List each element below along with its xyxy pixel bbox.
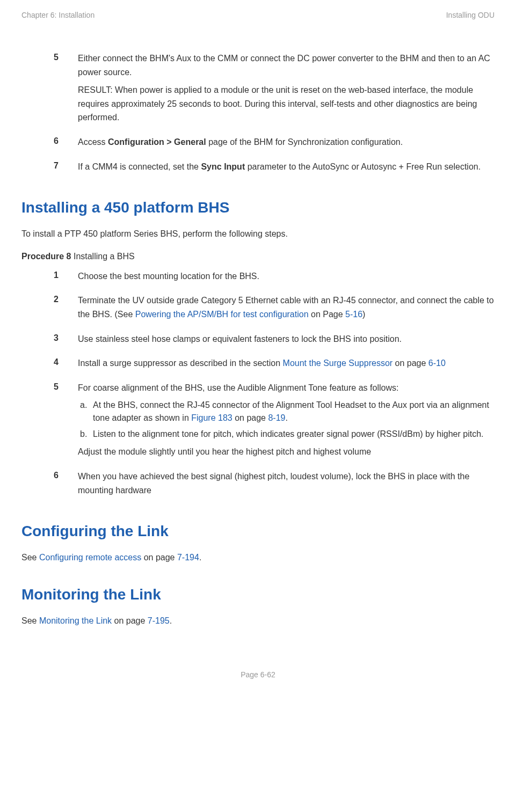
heading-configuring-link: Configuring the Link bbox=[21, 523, 495, 540]
heading-monitoring-link: Monitoring the Link bbox=[21, 586, 495, 603]
link-page-8-19[interactable]: 8-19 bbox=[268, 413, 285, 422]
page-number: Page 6-62 bbox=[241, 670, 275, 679]
link-monitoring-link[interactable]: Monitoring the Link bbox=[39, 616, 112, 625]
list-number: 6 bbox=[54, 135, 78, 153]
list-number: 7 bbox=[54, 160, 78, 178]
header-right: Installing ODU bbox=[446, 11, 495, 19]
list-item-6: 6 Access Configuration > General page of… bbox=[54, 135, 495, 153]
link-mount-surge[interactable]: Mount the Surge Suppressor bbox=[283, 359, 393, 368]
monitoring-text: See Monitoring the Link on page 7-195. bbox=[21, 614, 495, 628]
bold-text: Configuration > General bbox=[108, 137, 206, 147]
text: on page bbox=[112, 616, 148, 625]
list-number: 5 bbox=[54, 52, 78, 129]
text: . bbox=[199, 553, 201, 562]
link-page-5-16[interactable]: 5-16 bbox=[345, 310, 362, 319]
list-item-2: 2 Terminate the UV outside grade Categor… bbox=[54, 294, 495, 325]
list-number: 5 bbox=[54, 381, 78, 463]
list-content: Access Configuration > General page of t… bbox=[78, 135, 495, 153]
page-header: Chapter 6: Installation Installing ODU bbox=[21, 11, 495, 19]
header-left: Chapter 6: Installation bbox=[21, 11, 95, 19]
link-page-7-195[interactable]: 7-195 bbox=[148, 616, 170, 625]
list-item-4: 4 Install a surge suppressor as describe… bbox=[54, 356, 495, 375]
list-item-5: 5 For coarse alignment of the BHS, use t… bbox=[54, 381, 495, 463]
list-content: Either connect the BHM's Aux to the CMM … bbox=[78, 52, 495, 129]
text: page of the BHM for Synchronization conf… bbox=[206, 137, 403, 147]
list-number: 6 bbox=[54, 470, 78, 501]
configuring-text: See Configuring remote access on page 7-… bbox=[21, 551, 495, 565]
paragraph: Either connect the BHM's Aux to the CMM … bbox=[78, 52, 495, 79]
text: See bbox=[21, 616, 39, 625]
list-content: If a CMM4 is connected, set the Sync Inp… bbox=[78, 160, 495, 178]
text: . bbox=[170, 616, 172, 625]
sub-letter: a. bbox=[78, 399, 93, 425]
list-number: 4 bbox=[54, 356, 78, 375]
sub-content: Listen to the alignment tone for pitch, … bbox=[93, 428, 495, 441]
link-page-6-10[interactable]: 6-10 bbox=[428, 359, 446, 368]
list-content: Install a surge suppressor as described … bbox=[78, 356, 495, 375]
paragraph: Terminate the UV outside grade Category … bbox=[78, 294, 495, 321]
list-item-1: 1 Choose the best mounting location for … bbox=[54, 269, 495, 288]
text: At the BHS, connect the RJ-45 connector … bbox=[93, 400, 489, 422]
sub-item-b: b. Listen to the alignment tone for pitc… bbox=[78, 428, 495, 441]
intro-text: To install a PTP 450 platform Series BHS… bbox=[21, 227, 495, 241]
text: Access bbox=[78, 137, 108, 147]
list-content: Terminate the UV outside grade Category … bbox=[78, 294, 495, 325]
list-content: Choose the best mounting location for th… bbox=[78, 269, 495, 288]
sub-item-a: a. At the BHS, connect the RJ-45 connect… bbox=[78, 399, 495, 425]
link-figure-183[interactable]: Figure 183 bbox=[191, 413, 232, 422]
list-content: For coarse alignment of the BHS, use the… bbox=[78, 381, 495, 463]
list-number: 3 bbox=[54, 332, 78, 350]
procedure-list: 1 Choose the best mounting location for … bbox=[54, 269, 495, 501]
page-footer: Page 6-62 bbox=[21, 670, 495, 679]
procedure-label: Procedure 8 Installing a BHS bbox=[21, 252, 495, 261]
paragraph: Access Configuration > General page of t… bbox=[78, 135, 495, 149]
text: on page bbox=[141, 553, 177, 562]
sub-content: At the BHS, connect the RJ-45 connector … bbox=[93, 399, 495, 425]
procedure-title: Installing a BHS bbox=[71, 252, 134, 261]
paragraph: Choose the best mounting location for th… bbox=[78, 269, 495, 283]
link-powering[interactable]: Powering the AP/SM/BH for test configura… bbox=[135, 310, 309, 319]
paragraph: For coarse alignment of the BHS, use the… bbox=[78, 381, 495, 395]
sub-list: a. At the BHS, connect the RJ-45 connect… bbox=[78, 399, 495, 441]
list-item-7: 7 If a CMM4 is connected, set the Sync I… bbox=[54, 160, 495, 178]
list-content: Use stainless steel hose clamps or equiv… bbox=[78, 332, 495, 350]
list-number: 2 bbox=[54, 294, 78, 325]
paragraph: Use stainless steel hose clamps or equiv… bbox=[78, 332, 495, 346]
procedure-number: Procedure 8 bbox=[21, 252, 71, 261]
list-content: When you have achieved the best signal (… bbox=[78, 470, 495, 501]
text: on Page bbox=[309, 310, 346, 319]
list-item-6: 6 When you have achieved the best signal… bbox=[54, 470, 495, 501]
text: ) bbox=[362, 310, 365, 319]
link-configuring-remote[interactable]: Configuring remote access bbox=[39, 553, 141, 562]
text: . bbox=[286, 413, 288, 422]
list-item-3: 3 Use stainless steel hose clamps or equ… bbox=[54, 332, 495, 350]
list-item-5: 5 Either connect the BHM's Aux to the CM… bbox=[54, 52, 495, 129]
text: Install a surge suppressor as described … bbox=[78, 359, 283, 368]
list-number: 1 bbox=[54, 269, 78, 288]
paragraph: Install a surge suppressor as described … bbox=[78, 356, 495, 370]
sub-letter: b. bbox=[78, 428, 93, 441]
paragraph: RESULT: When power is applied to a modul… bbox=[78, 83, 495, 125]
paragraph: If a CMM4 is connected, set the Sync Inp… bbox=[78, 160, 495, 174]
text: See bbox=[21, 553, 39, 562]
top-ordered-list: 5 Either connect the BHM's Aux to the CM… bbox=[54, 52, 495, 178]
text: on page bbox=[232, 413, 268, 422]
text: on page bbox=[393, 359, 428, 368]
paragraph: Adjust the module slightly until you hea… bbox=[78, 445, 495, 459]
heading-installing-bhs: Installing a 450 platform BHS bbox=[21, 199, 495, 216]
text: parameter to the AutoSync or Autosync + … bbox=[245, 162, 481, 171]
bold-text: Sync Input bbox=[201, 162, 245, 171]
link-page-7-194[interactable]: 7-194 bbox=[177, 553, 199, 562]
text: If a CMM4 is connected, set the bbox=[78, 162, 201, 171]
paragraph: When you have achieved the best signal (… bbox=[78, 470, 495, 497]
